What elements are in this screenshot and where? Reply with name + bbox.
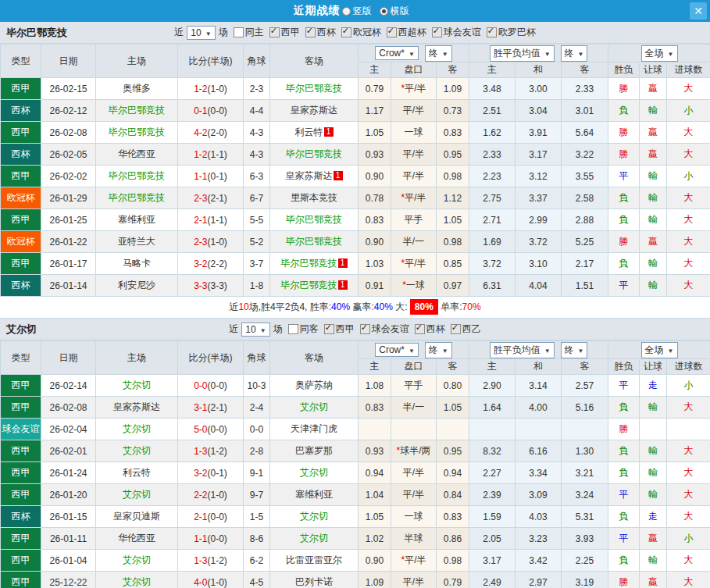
team-label: 艾尔切	[300, 511, 328, 522]
team-label: 毕尔巴鄂竞技	[281, 280, 337, 290]
corner-count: 4-5	[244, 572, 270, 588]
full-score: 2-3	[194, 193, 207, 204]
scope-select[interactable]: 全场▼	[641, 45, 678, 62]
goals-outcome: 大	[667, 484, 710, 506]
avg-draw-odds: 3.37	[516, 187, 562, 209]
bookmaker-final-select[interactable]: 终▼	[425, 342, 452, 358]
half-score: (0-0)	[208, 380, 227, 391]
odds-away: 1.05	[437, 397, 469, 419]
corner-count: 9-7	[244, 484, 270, 506]
match-score: 3-2(0-1)	[178, 462, 244, 484]
league-label: 西乙	[462, 323, 481, 336]
full-score: 3-1	[194, 402, 207, 413]
league-checkbox-0[interactable]	[269, 27, 280, 37]
close-button[interactable]: ✕	[690, 2, 707, 20]
handicap	[391, 419, 437, 440]
corner-count: 6-7	[244, 187, 270, 209]
half-score: (2-2)	[208, 258, 227, 269]
league-label: 西甲	[281, 26, 300, 39]
average-header-group: 胜平负均值▼终▼	[469, 341, 608, 359]
result: 負	[608, 550, 640, 572]
league-checkbox-2[interactable]	[341, 27, 351, 37]
league-type: 西甲	[1, 462, 41, 484]
avg-draw-odds: 3.14	[516, 375, 562, 397]
full-score: 1-3	[194, 446, 207, 457]
away-team: 奥萨苏纳	[270, 375, 359, 397]
home-team: 华伦西亚	[96, 528, 178, 550]
league-type: 西甲	[1, 572, 41, 588]
average-final-select[interactable]: 终▼	[561, 45, 588, 62]
match-count-select[interactable]: 10▼	[187, 26, 215, 40]
match-row: 西甲26-02-01艾尔切1-3(1-2)2-8巴塞罗那0.93*球半/两0.9…	[1, 440, 710, 462]
match-date: 26-01-11	[41, 528, 96, 550]
match-row: 西杯26-02-12毕尔巴鄂竞技0-1(0-0)4-4皇家苏斯达1.17平/半0…	[1, 100, 710, 122]
odds-away: 0.79	[437, 572, 469, 588]
odds-home	[359, 419, 391, 440]
average-select[interactable]: 胜平负均值▼	[490, 45, 555, 62]
home-team: 毕尔巴鄂竞技	[96, 100, 178, 122]
titlebar: 近期战绩 竖版横版 ✕	[0, 0, 710, 22]
goals-outcome: 大	[667, 144, 710, 166]
layout-radio-vertical[interactable]: 竖版	[342, 5, 372, 18]
league-type: 西杯	[1, 100, 41, 122]
odds-away: 0.85	[437, 253, 469, 275]
away-team: 艾尔切	[270, 462, 359, 484]
league-checkbox-3[interactable]	[387, 27, 397, 37]
bookmaker-header-group: Crow*▼终▼	[359, 45, 469, 62]
odds-away: 0.83	[437, 122, 469, 144]
filter-near-label: 近	[229, 323, 238, 336]
section-header: 艾尔切近10▼场同客西甲球会友谊西杯西乙	[0, 319, 710, 340]
odds-home: 1.05	[359, 506, 391, 528]
league-checkbox-0[interactable]	[324, 324, 334, 334]
match-score: 0-1(0-0)	[178, 100, 244, 122]
handicap-label: 平/半	[403, 489, 424, 500]
league-checkbox-1[interactable]	[360, 324, 370, 334]
team-label: 华伦西亚	[118, 533, 155, 543]
avg-home-odds: 1.64	[469, 397, 516, 419]
odds-home: 0.90	[359, 231, 391, 253]
half-score: (1-0)	[208, 237, 227, 248]
same-venue-checkbox[interactable]	[234, 27, 244, 37]
scope-select[interactable]: 全场▼	[641, 342, 678, 358]
corner-count: 4-4	[244, 100, 270, 122]
radio-icon	[380, 7, 388, 16]
layout-radio-horizontal[interactable]: 横版	[380, 5, 409, 18]
handicap-outcome: 輸	[640, 397, 667, 419]
match-date: 26-01-04	[41, 550, 96, 572]
column-header: 角球	[244, 341, 270, 375]
average-select[interactable]: 胜平负均值▼	[490, 342, 555, 358]
avg-away-odds: 2.88	[562, 209, 608, 231]
match-count-select[interactable]: 10▼	[241, 323, 269, 337]
league-checkbox-2[interactable]	[415, 324, 425, 334]
bookmaker-select[interactable]: Crow*▼	[375, 46, 419, 60]
handicap-outcome: 贏	[640, 78, 667, 100]
dropdown-arrow-icon: ▼	[578, 51, 584, 58]
league-checkbox-4[interactable]	[432, 27, 442, 37]
avg-home-odds: 3.48	[469, 78, 516, 100]
same-venue-checkbox[interactable]	[288, 324, 298, 334]
handicap-outcome: 輸	[640, 440, 667, 462]
full-score: 1-1	[194, 533, 207, 544]
column-subheader: 进球数	[667, 359, 710, 375]
league-checkbox-1[interactable]	[305, 27, 316, 37]
handicap-label: 平/半	[403, 148, 424, 159]
bookmaker-select[interactable]: Crow*▼	[375, 343, 419, 357]
result: 勝	[608, 572, 640, 588]
bookmaker-final-select[interactable]: 终▼	[425, 45, 452, 62]
away-team: 毕尔巴鄂竞技1	[270, 253, 359, 275]
average-final-select[interactable]: 终▼	[561, 342, 588, 358]
corner-count: 6-3	[244, 166, 270, 187]
avg-home-odds: 2.90	[469, 375, 516, 397]
goals-outcome	[667, 419, 710, 440]
league-label: 西杯	[426, 323, 445, 336]
goals-outcome: 大	[667, 209, 710, 231]
team-label: 塞维利亚	[118, 214, 155, 225]
average-header-group: 胜平负均值▼终▼	[469, 45, 608, 62]
corner-count: 2-4	[244, 397, 270, 419]
handicap-outcome: 贏	[640, 231, 667, 253]
odds-away: 0.95	[437, 440, 469, 462]
home-team: 奥维多	[96, 78, 178, 100]
league-checkbox-3[interactable]	[451, 324, 461, 334]
league-checkbox-5[interactable]	[487, 27, 497, 37]
team-sections: 毕尔巴鄂竞技近10▼场同主西甲西杯欧冠杯西超杯球会友谊欧罗巴杯类型日期主场比分(…	[0, 22, 710, 588]
